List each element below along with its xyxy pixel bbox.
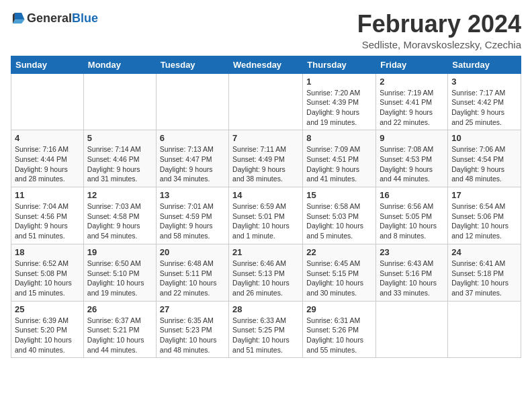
logo-general-text: General	[27, 11, 72, 26]
day-number: 11	[15, 190, 80, 200]
calendar-cell: 15Sunrise: 6:58 AM Sunset: 5:03 PM Dayli…	[303, 187, 376, 244]
day-info: Sunrise: 6:56 AM Sunset: 5:05 PM Dayligh…	[380, 201, 444, 241]
calendar-header: February 2024 Sedliste, Moravskoslezsky,…	[357, 11, 521, 50]
logo-icon	[11, 11, 26, 26]
calendar-week-row: 18Sunrise: 6:52 AM Sunset: 5:08 PM Dayli…	[11, 244, 521, 301]
day-info: Sunrise: 6:46 AM Sunset: 5:13 PM Dayligh…	[232, 259, 299, 298]
day-info: Sunrise: 6:33 AM Sunset: 5:25 PM Dayligh…	[232, 316, 299, 355]
calendar-table: SundayMondayTuesdayWednesdayThursdayFrid…	[11, 56, 521, 359]
day-info: Sunrise: 7:17 AM Sunset: 4:42 PM Dayligh…	[451, 88, 517, 128]
calendar-cell: 7Sunrise: 7:11 AM Sunset: 4:49 PM Daylig…	[229, 130, 303, 187]
day-number: 13	[160, 190, 225, 200]
calendar-cell: 19Sunrise: 6:50 AM Sunset: 5:10 PM Dayli…	[83, 244, 156, 301]
day-number: 6	[160, 133, 225, 143]
day-number: 29	[306, 304, 372, 314]
calendar-cell	[376, 301, 448, 358]
calendar-cell	[448, 301, 521, 358]
day-number: 12	[87, 190, 152, 200]
day-info: Sunrise: 7:16 AM Sunset: 4:44 PM Dayligh…	[15, 144, 80, 184]
day-info: Sunrise: 7:20 AM Sunset: 4:39 PM Dayligh…	[306, 88, 372, 128]
calendar-cell: 3Sunrise: 7:17 AM Sunset: 4:42 PM Daylig…	[448, 73, 521, 130]
day-number: 7	[232, 133, 299, 143]
day-info: Sunrise: 6:50 AM Sunset: 5:10 PM Dayligh…	[87, 259, 152, 298]
day-number: 22	[306, 247, 372, 257]
calendar-cell: 22Sunrise: 6:45 AM Sunset: 5:15 PM Dayli…	[303, 244, 376, 301]
day-info: Sunrise: 7:03 AM Sunset: 4:58 PM Dayligh…	[87, 201, 152, 241]
day-info: Sunrise: 6:37 AM Sunset: 5:21 PM Dayligh…	[87, 316, 152, 355]
calendar-cell: 10Sunrise: 7:06 AM Sunset: 4:54 PM Dayli…	[448, 130, 521, 187]
calendar-cell: 25Sunrise: 6:39 AM Sunset: 5:20 PM Dayli…	[11, 301, 84, 358]
day-info: Sunrise: 6:48 AM Sunset: 5:11 PM Dayligh…	[160, 259, 225, 298]
calendar-cell: 24Sunrise: 6:41 AM Sunset: 5:18 PM Dayli…	[448, 244, 521, 301]
day-info: Sunrise: 7:11 AM Sunset: 4:49 PM Dayligh…	[232, 144, 299, 184]
calendar-cell: 21Sunrise: 6:46 AM Sunset: 5:13 PM Dayli…	[229, 244, 303, 301]
calendar-cell: 26Sunrise: 6:37 AM Sunset: 5:21 PM Dayli…	[83, 301, 156, 358]
calendar-cell: 17Sunrise: 6:54 AM Sunset: 5:06 PM Dayli…	[448, 187, 521, 244]
weekday-header-saturday: Saturday	[448, 56, 521, 73]
logo: General Blue	[11, 11, 98, 26]
day-number: 4	[15, 133, 80, 143]
calendar-cell	[156, 73, 228, 130]
day-number: 3	[451, 77, 517, 87]
day-number: 5	[87, 133, 152, 143]
day-number: 25	[15, 304, 80, 314]
day-info: Sunrise: 6:35 AM Sunset: 5:23 PM Dayligh…	[160, 316, 225, 355]
calendar-cell: 27Sunrise: 6:35 AM Sunset: 5:23 PM Dayli…	[156, 301, 228, 358]
weekday-header-thursday: Thursday	[303, 56, 376, 73]
day-number: 15	[306, 190, 372, 200]
day-number: 20	[160, 247, 225, 257]
day-number: 27	[160, 304, 225, 314]
day-number: 2	[380, 77, 444, 87]
calendar-title: February 2024	[357, 11, 521, 38]
weekday-header-wednesday: Wednesday	[229, 56, 303, 73]
calendar-cell: 12Sunrise: 7:03 AM Sunset: 4:58 PM Dayli…	[83, 187, 156, 244]
day-number: 1	[306, 77, 372, 87]
calendar-week-row: 25Sunrise: 6:39 AM Sunset: 5:20 PM Dayli…	[11, 301, 521, 358]
day-number: 26	[87, 304, 152, 314]
logo-blue-text: Blue	[72, 11, 98, 26]
day-number: 8	[306, 133, 372, 143]
day-number: 24	[451, 247, 517, 257]
day-info: Sunrise: 6:52 AM Sunset: 5:08 PM Dayligh…	[15, 259, 80, 298]
weekday-header-friday: Friday	[376, 56, 448, 73]
calendar-cell	[229, 73, 303, 130]
day-info: Sunrise: 7:09 AM Sunset: 4:51 PM Dayligh…	[306, 144, 372, 184]
weekday-header-tuesday: Tuesday	[156, 56, 228, 73]
day-info: Sunrise: 7:04 AM Sunset: 4:56 PM Dayligh…	[15, 201, 80, 241]
page-header: General Blue February 2024 Sedliste, Mor…	[11, 11, 521, 50]
calendar-cell: 11Sunrise: 7:04 AM Sunset: 4:56 PM Dayli…	[11, 187, 84, 244]
calendar-cell	[11, 73, 84, 130]
day-number: 17	[451, 190, 517, 200]
day-number: 14	[232, 190, 299, 200]
day-number: 21	[232, 247, 299, 257]
calendar-cell: 6Sunrise: 7:13 AM Sunset: 4:47 PM Daylig…	[156, 130, 228, 187]
calendar-cell: 4Sunrise: 7:16 AM Sunset: 4:44 PM Daylig…	[11, 130, 84, 187]
day-info: Sunrise: 7:14 AM Sunset: 4:46 PM Dayligh…	[87, 144, 152, 184]
calendar-cell: 2Sunrise: 7:19 AM Sunset: 4:41 PM Daylig…	[376, 73, 448, 130]
day-info: Sunrise: 7:01 AM Sunset: 4:59 PM Dayligh…	[160, 201, 225, 241]
calendar-cell: 23Sunrise: 6:43 AM Sunset: 5:16 PM Dayli…	[376, 244, 448, 301]
calendar-cell: 8Sunrise: 7:09 AM Sunset: 4:51 PM Daylig…	[303, 130, 376, 187]
weekday-header-row: SundayMondayTuesdayWednesdayThursdayFrid…	[11, 56, 521, 73]
calendar-cell	[83, 73, 156, 130]
calendar-cell: 28Sunrise: 6:33 AM Sunset: 5:25 PM Dayli…	[229, 301, 303, 358]
day-info: Sunrise: 7:13 AM Sunset: 4:47 PM Dayligh…	[160, 144, 225, 184]
calendar-subtitle: Sedliste, Moravskoslezsky, Czechia	[357, 39, 521, 50]
day-info: Sunrise: 6:31 AM Sunset: 5:26 PM Dayligh…	[306, 316, 372, 355]
day-number: 23	[380, 247, 444, 257]
calendar-cell: 20Sunrise: 6:48 AM Sunset: 5:11 PM Dayli…	[156, 244, 228, 301]
day-info: Sunrise: 6:54 AM Sunset: 5:06 PM Dayligh…	[451, 201, 517, 241]
calendar-cell: 29Sunrise: 6:31 AM Sunset: 5:26 PM Dayli…	[303, 301, 376, 358]
calendar-cell: 16Sunrise: 6:56 AM Sunset: 5:05 PM Dayli…	[376, 187, 448, 244]
day-number: 18	[15, 247, 80, 257]
weekday-header-monday: Monday	[83, 56, 156, 73]
day-info: Sunrise: 7:06 AM Sunset: 4:54 PM Dayligh…	[451, 144, 517, 184]
day-number: 16	[380, 190, 444, 200]
calendar-cell: 14Sunrise: 6:59 AM Sunset: 5:01 PM Dayli…	[229, 187, 303, 244]
calendar-week-row: 1Sunrise: 7:20 AM Sunset: 4:39 PM Daylig…	[11, 73, 521, 130]
day-info: Sunrise: 6:58 AM Sunset: 5:03 PM Dayligh…	[306, 201, 372, 241]
day-info: Sunrise: 6:43 AM Sunset: 5:16 PM Dayligh…	[380, 259, 444, 298]
day-info: Sunrise: 7:08 AM Sunset: 4:53 PM Dayligh…	[380, 144, 444, 184]
day-info: Sunrise: 6:45 AM Sunset: 5:15 PM Dayligh…	[306, 259, 372, 298]
calendar-cell: 9Sunrise: 7:08 AM Sunset: 4:53 PM Daylig…	[376, 130, 448, 187]
